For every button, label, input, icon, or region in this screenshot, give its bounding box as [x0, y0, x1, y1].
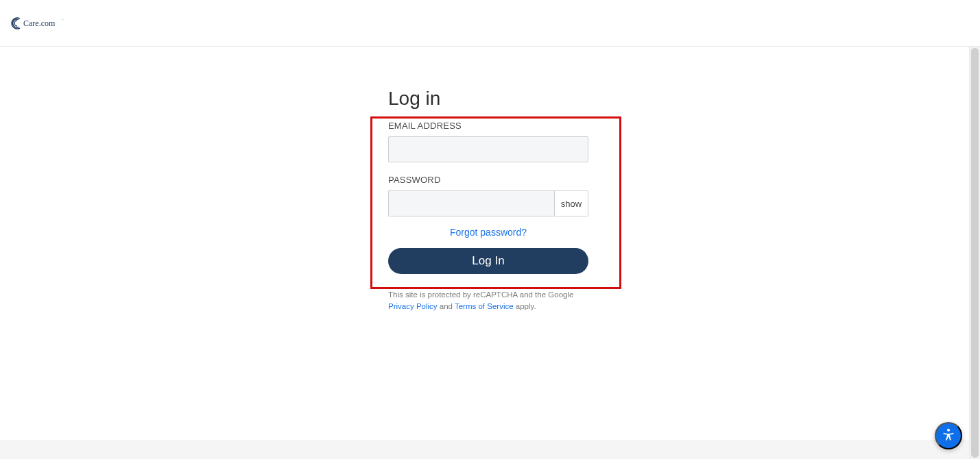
recaptcha-text-apply: apply. — [516, 302, 536, 310]
email-label: EMAIL ADDRESS — [388, 121, 621, 131]
login-title: Log in — [388, 88, 621, 110]
scrollbar-thumb[interactable] — [971, 48, 979, 458]
password-input[interactable] — [388, 190, 554, 216]
terms-of-service-link[interactable]: Terms of Service — [455, 302, 514, 310]
footer-strip — [0, 440, 980, 459]
accessibility-fab[interactable] — [935, 422, 962, 449]
forgot-row: Forgot password? — [388, 226, 588, 238]
svg-text:®: ® — [62, 18, 64, 21]
login-card: Log in EMAIL ADDRESS PASSWORD show Forgo… — [388, 88, 621, 313]
email-field-group: EMAIL ADDRESS — [388, 121, 621, 162]
vertical-scrollbar[interactable] — [969, 47, 980, 459]
forgot-password-link[interactable]: Forgot password? — [450, 227, 527, 238]
page: Log in EMAIL ADDRESS PASSWORD show Forgo… — [0, 47, 980, 459]
password-input-row: show — [388, 190, 588, 216]
login-button[interactable]: Log In — [388, 248, 588, 274]
recaptcha-text-pre: This site is protected by reCAPTCHA and … — [388, 290, 573, 299]
recaptcha-text-and: and — [440, 302, 455, 310]
privacy-policy-link[interactable]: Privacy Policy — [388, 302, 438, 310]
topbar: Care.com ® — [0, 0, 980, 47]
email-input[interactable] — [388, 136, 588, 162]
password-label: PASSWORD — [388, 175, 621, 185]
password-field-group: PASSWORD show — [388, 175, 621, 216]
password-show-toggle[interactable]: show — [554, 190, 588, 216]
recaptcha-note: This site is protected by reCAPTCHA and … — [388, 289, 594, 313]
svg-text:Care.com: Care.com — [23, 18, 56, 28]
accessibility-icon — [941, 427, 956, 445]
svg-point-2 — [947, 428, 950, 431]
care-logo[interactable]: Care.com ® — [11, 15, 86, 32]
